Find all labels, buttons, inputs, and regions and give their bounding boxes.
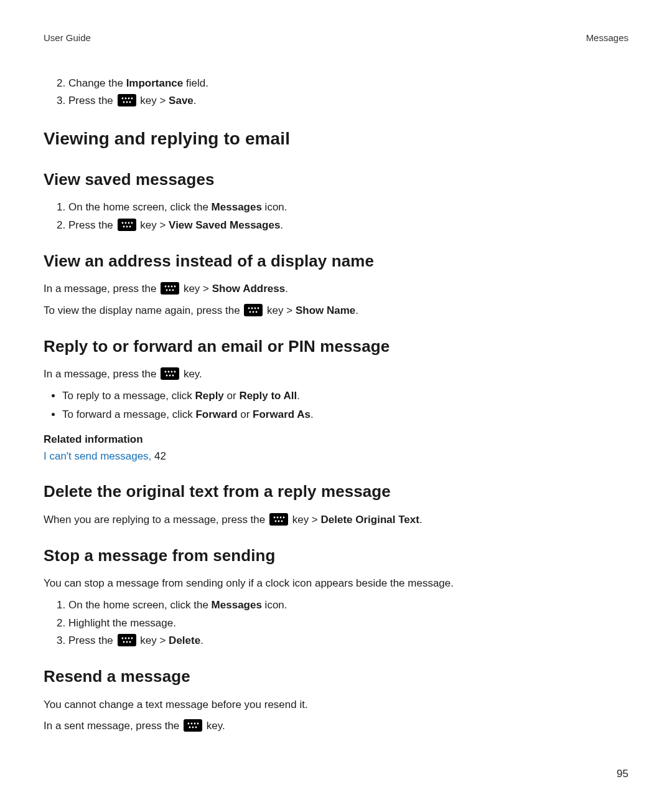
svg-point-41 [281,521,283,522]
svg-point-47 [126,641,128,643]
step-text: key > [138,635,169,646]
svg-point-23 [254,308,256,309]
bold-text: Forward As [253,408,310,420]
svg-point-17 [174,286,176,288]
step-text: . [194,95,197,106]
svg-point-9 [128,222,129,224]
svg-point-40 [278,521,280,522]
svg-point-29 [168,371,170,373]
text: or [224,390,240,402]
top-continued-steps: Change the Importance field. Press the k… [44,76,628,109]
svg-point-21 [248,308,250,309]
step-text: key > [138,95,169,106]
svg-point-8 [124,222,126,224]
svg-point-12 [126,226,128,228]
step-text: . [200,635,203,646]
svg-point-26 [253,311,254,313]
svg-point-13 [129,226,131,228]
step-text: field. [183,77,208,89]
text: or [238,408,253,420]
text: . [310,408,314,420]
svg-point-38 [283,517,285,519]
svg-point-53 [189,727,191,729]
svg-point-33 [169,375,171,377]
header-right: Messages [586,31,628,45]
subsection-heading: Stop a message from sending [44,544,628,568]
related-link[interactable]: I can't send messages, [44,450,151,462]
list-item: On the home screen, click the Messages i… [68,598,628,613]
svg-point-35 [274,517,276,519]
svg-point-43 [124,638,126,639]
text: When you are replying to a message, pres… [44,514,268,526]
bold-text: Show Name [296,304,355,316]
list-item: Change the Importance field. [68,76,628,92]
list-item: Press the key > Delete. [68,633,628,649]
step-text: icon. [262,201,287,213]
list-item: Press the key > View Saved Messages. [68,218,628,234]
svg-point-6 [129,101,131,103]
svg-point-24 [258,308,259,309]
svg-point-55 [195,727,197,729]
text: In a message, press the [44,368,159,380]
step-text: On the home screen, click the [68,599,212,611]
svg-point-37 [280,517,282,519]
text: To reply to a message, click [62,390,195,402]
page-header: User Guide Messages [44,31,628,45]
paragraph: In a message, press the key > Show Addre… [44,281,628,297]
svg-point-28 [165,371,167,373]
text: key > [180,283,212,295]
step-text: On the home screen, click the [68,201,212,213]
svg-point-3 [131,98,133,100]
step-text: . [280,219,283,231]
svg-point-22 [251,308,253,309]
text: key. [203,720,225,732]
svg-point-42 [121,638,123,639]
svg-point-14 [165,286,167,288]
text: In a sent message, press the [44,720,182,732]
step-text: Press the [68,95,116,106]
svg-point-4 [123,101,124,103]
svg-point-31 [174,371,176,373]
step-text: icon. [262,599,287,611]
text: . [419,514,422,526]
related-link-row: I can't send messages, 42 [44,449,628,465]
svg-point-50 [191,723,193,725]
step-text: key > [138,219,169,231]
text: key > [264,304,296,316]
subsection-heading: View saved messages [44,168,628,192]
menu-key-icon [184,719,202,732]
svg-point-15 [168,286,170,288]
step-bold: Messages [212,599,262,611]
subsection-heading: Resend a message [44,665,628,689]
subsection-heading: Reply to or forward an email or PIN mess… [44,335,628,359]
step-bold: Messages [212,201,262,213]
svg-point-45 [131,638,133,639]
svg-point-49 [188,723,190,725]
svg-point-54 [192,727,194,729]
text: To view the display name again, press th… [44,304,243,316]
svg-point-39 [275,521,277,522]
svg-point-25 [250,311,251,313]
svg-point-1 [124,98,126,100]
svg-point-32 [166,375,168,377]
related-page-ref: 42 [151,450,166,462]
list-item: To reply to a message, click Reply or Re… [62,389,628,404]
text: . [285,283,288,295]
step-text: Press the [68,635,116,646]
svg-point-44 [128,638,129,639]
list-item: To forward a message, click Forward or F… [62,407,628,423]
step-bold: View Saved Messages [169,219,280,231]
svg-point-34 [172,375,174,377]
menu-key-icon [161,367,179,380]
step-bold: Importance [126,77,184,89]
text: In a message, press the [44,283,159,295]
menu-key-icon [118,219,136,231]
section-heading: Viewing and replying to email [44,126,628,152]
subsection-heading: View an address instead of a display nam… [44,250,628,273]
svg-point-30 [171,371,173,373]
svg-point-7 [121,222,123,224]
svg-point-5 [126,101,128,103]
stop-send-steps: On the home screen, click the Messages i… [44,598,628,649]
menu-key-icon [118,634,136,646]
step-text: Highlight the message. [68,617,176,629]
